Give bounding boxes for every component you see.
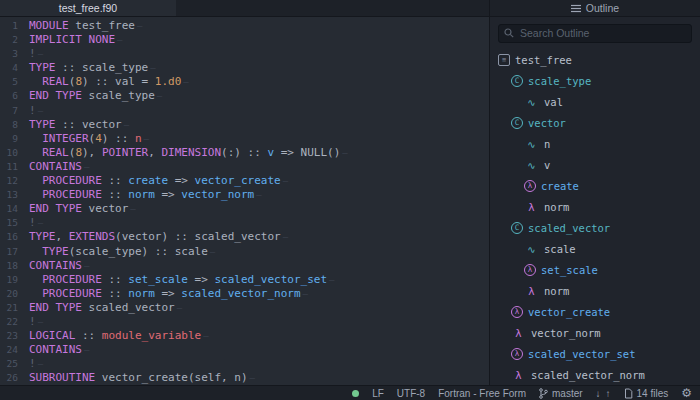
code-line[interactable]: SUBROUTINE vector_create(self, n)– [29,371,489,385]
eol-marker: – [327,275,334,285]
code-line[interactable]: REAL(8) :: val = 1.d0– [29,75,489,89]
outline-item[interactable]: λvector_norm [490,323,700,344]
code-line[interactable]: INTEGER(4) :: n– [29,132,489,146]
function-icon: λ [524,285,539,297]
code-line[interactable]: REAL(8), POINTER, DIMENSION(:) :: v => N… [29,146,489,160]
outline-item-label: scale [544,243,576,255]
code-line[interactable]: CONTAINS– [29,160,489,174]
code-area[interactable]: MODULE test_free–IMPLICIT NONE–!–TYPE ::… [27,17,489,385]
function-icon: λ [511,327,526,339]
outline-item[interactable]: ∿v [490,155,700,176]
code-line[interactable]: TYPE :: vector– [29,118,489,132]
eol-marker: – [36,49,43,59]
field-icon: ∿ [524,244,539,255]
outline-item-label: val [544,96,563,108]
code-line[interactable]: END TYPE scaled_vector– [29,301,489,315]
outline-list-icon [571,4,581,13]
gear-icon[interactable]: ⚙ [681,387,692,399]
outline-item-label: vector_create [528,306,610,318]
outline-search-input[interactable] [498,24,692,43]
function-icon: λ [511,369,526,381]
code-line[interactable]: !– [29,216,489,230]
eol-marker: – [340,148,347,158]
outline-item-label: norm [544,201,569,213]
code-line[interactable]: PROCEDURE :: set_scale => scaled_vector_… [29,273,489,287]
git-branch-indicator[interactable]: master [539,388,583,399]
code-line[interactable]: TYPE, EXTENDS(vector) :: scaled_vector– [29,230,489,244]
code-line[interactable]: !– [29,47,489,61]
outline-item[interactable]: λset_scale [490,260,700,281]
eol-marker: – [248,373,255,383]
method-icon: λ [511,348,523,360]
outline-item[interactable]: Cvector [490,113,700,134]
code-line[interactable]: MODULE test_free– [29,19,489,33]
class-icon: C [511,117,523,129]
line-number: 17 [0,245,18,259]
outline-item[interactable]: λnorm [490,281,700,302]
code-line[interactable]: END TYPE vector– [29,202,489,216]
push-arrow-icon[interactable]: ↑ [606,388,611,399]
eol-marker: – [201,331,208,341]
eol-marker: – [281,176,288,186]
code-line[interactable]: IMPLICIT NONE– [29,33,489,47]
code-line[interactable]: !– [29,104,489,118]
line-number: 14 [0,202,18,216]
code-line[interactable]: CONTAINS– [29,343,489,357]
line-number: 5 [0,75,18,89]
outline-item-label: set_scale [541,264,598,276]
line-number: 1 [0,19,18,33]
outline-item[interactable]: Cscale_type [490,71,700,92]
line-number: 9 [0,132,18,146]
outline-item[interactable]: ∿val [490,92,700,113]
eol-marker: – [208,247,215,257]
code-line[interactable]: CONTAINS– [29,259,489,273]
line-number: 2 [0,33,18,47]
line-number: 10 [0,146,18,160]
function-icon: λ [524,201,539,213]
code-line[interactable]: !– [29,357,489,371]
code-line[interactable]: PROCEDURE :: create => vector_create– [29,174,489,188]
code-line[interactable]: TYPE :: scale_type– [29,61,489,75]
module-icon: ≡ [498,54,510,66]
tab-bar: test_free.f90 Outline [0,0,700,17]
code-line[interactable]: TYPE(scale_type) :: scale– [29,245,489,259]
grammar-indicator[interactable]: Fortran - Free Form [438,388,526,399]
eol-marker: – [281,232,288,242]
outline-item[interactable]: Cscaled_vector [490,218,700,239]
outline-tree: ≡test_freeCscale_type∿valCvector∿n∿vλcre… [490,49,700,386]
outline-item[interactable]: λvector_create [490,302,700,323]
outline-item-label: norm [544,285,569,297]
file-count-label: 14 files [637,388,669,399]
outline-panel-header: Outline [489,0,700,16]
code-line[interactable]: END TYPE scale_type– [29,89,489,103]
eol-marker: – [82,162,89,172]
code-line[interactable]: PROCEDURE :: norm => vector_norm– [29,188,489,202]
tab-test-free-f90[interactable]: test_free.f90 [0,0,176,16]
pull-arrow-icon[interactable]: ↓ [596,388,601,399]
method-icon: λ [524,180,536,192]
line-number: 22 [0,315,18,329]
outline-item[interactable]: ∿n [490,134,700,155]
line-ending-indicator[interactable]: LF [372,388,384,399]
code-editor: 1234567891011121314151617181920212223242… [0,17,489,385]
outline-item[interactable]: λcreate [490,176,700,197]
outline-item[interactable]: λscaled_vector_norm [490,365,700,386]
eol-marker: – [36,218,43,228]
encoding-indicator[interactable]: UTF-8 [397,388,425,399]
code-line[interactable]: LOGICAL :: module_variable– [29,329,489,343]
outline-item[interactable]: ∿scale [490,239,700,260]
outline-item[interactable]: λscaled_vector_set [490,344,700,365]
outline-item[interactable]: λnorm [490,197,700,218]
line-number: 23 [0,329,18,343]
file-count-indicator[interactable]: 14 files [624,388,669,399]
outline-item[interactable]: ≡test_free [490,50,700,71]
code-line[interactable]: PROCEDURE :: norm => scaled_vector_norm– [29,287,489,301]
line-number: 16 [0,230,18,244]
field-icon: ∿ [524,139,539,150]
eol-marker: – [254,190,261,200]
method-icon: λ [511,306,523,318]
field-icon: ∿ [524,160,539,171]
branch-name: master [552,388,583,399]
outline-item-label: scale_type [528,75,591,87]
code-line[interactable]: !– [29,315,489,329]
